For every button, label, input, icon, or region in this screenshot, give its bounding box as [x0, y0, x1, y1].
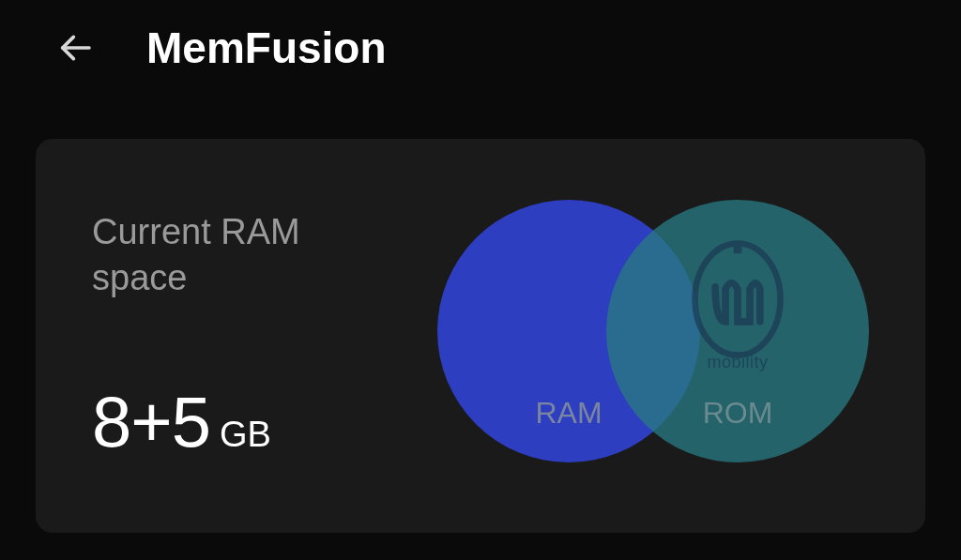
ram-status-card: Current RAM space 8+5 GB RAM mobility RO…	[36, 139, 925, 533]
header: MemFusion	[0, 0, 961, 92]
ram-value-row: 8+5 GB	[92, 381, 355, 462]
ram-info-block: Current RAM space 8+5 GB	[92, 209, 355, 462]
card-label: Current RAM space	[92, 209, 355, 302]
back-button[interactable]	[53, 25, 98, 70]
ram-value: 8+5	[92, 381, 210, 462]
watermark-text: mobility	[707, 353, 768, 372]
arrow-left-icon	[56, 29, 94, 67]
ram-unit: GB	[220, 415, 271, 455]
ram-circle-label: RAM	[535, 396, 602, 431]
venn-diagram: RAM mobility ROM	[437, 195, 869, 477]
page-title: MemFusion	[146, 23, 387, 73]
rom-circle: mobility ROM	[606, 200, 869, 462]
svg-rect-2	[734, 241, 742, 253]
watermark-icon: mobility	[672, 238, 803, 398]
rom-circle-label: ROM	[703, 396, 773, 431]
